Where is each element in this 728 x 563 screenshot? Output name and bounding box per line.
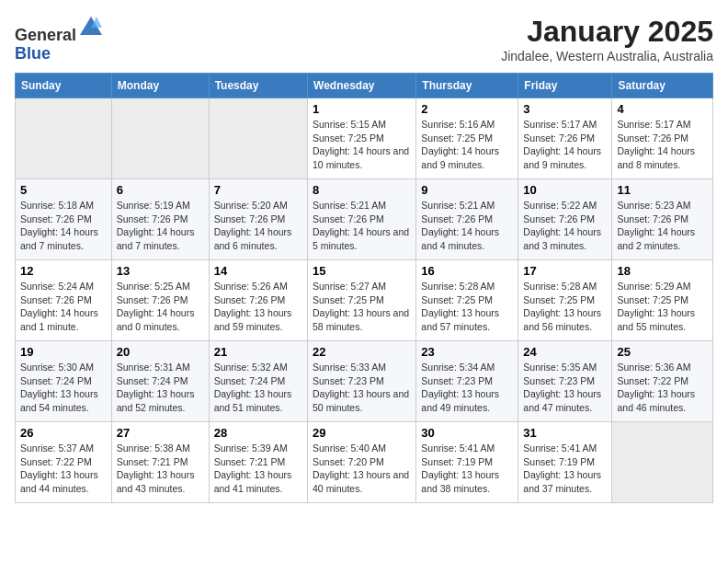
day-info: Sunrise: 5:33 AMSunset: 7:23 PMDaylight:… [313, 361, 411, 415]
calendar-cell: 29Sunrise: 5:40 AMSunset: 7:20 PMDayligh… [308, 422, 416, 503]
logo: General Blue [15, 15, 104, 63]
calendar-cell: 1Sunrise: 5:15 AMSunset: 7:25 PMDaylight… [308, 98, 416, 179]
calendar-cell: 26Sunrise: 5:37 AMSunset: 7:22 PMDayligh… [16, 422, 112, 503]
day-number: 24 [523, 345, 607, 359]
day-number: 21 [214, 345, 302, 359]
title-block: January 2025 Jindalee, Western Australia… [501, 15, 713, 63]
day-info: Sunrise: 5:41 AMSunset: 7:19 PMDaylight:… [421, 442, 513, 496]
day-info: Sunrise: 5:15 AMSunset: 7:25 PMDaylight:… [313, 118, 411, 172]
calendar-cell: 22Sunrise: 5:33 AMSunset: 7:23 PMDayligh… [308, 341, 416, 422]
day-info: Sunrise: 5:32 AMSunset: 7:24 PMDaylight:… [214, 361, 302, 415]
day-info: Sunrise: 5:38 AMSunset: 7:21 PMDaylight:… [117, 442, 204, 496]
day-number: 5 [20, 183, 107, 197]
calendar-cell: 20Sunrise: 5:31 AMSunset: 7:24 PMDayligh… [111, 341, 209, 422]
day-number: 9 [421, 183, 513, 197]
day-number: 30 [421, 426, 513, 440]
day-info: Sunrise: 5:24 AMSunset: 7:26 PMDaylight:… [20, 280, 107, 334]
day-number: 28 [214, 426, 302, 440]
day-info: Sunrise: 5:22 AMSunset: 7:26 PMDaylight:… [523, 199, 607, 253]
calendar-week-row: 1Sunrise: 5:15 AMSunset: 7:25 PMDaylight… [16, 98, 713, 179]
logo-blue: Blue [15, 44, 51, 63]
calendar-cell: 19Sunrise: 5:30 AMSunset: 7:24 PMDayligh… [16, 341, 112, 422]
day-number: 20 [117, 345, 204, 359]
calendar-cell: 5Sunrise: 5:18 AMSunset: 7:26 PMDaylight… [16, 179, 112, 260]
day-number: 13 [117, 264, 204, 278]
day-number: 17 [523, 264, 607, 278]
day-info: Sunrise: 5:37 AMSunset: 7:22 PMDaylight:… [20, 442, 107, 496]
calendar-cell [209, 98, 307, 179]
calendar-cell: 16Sunrise: 5:28 AMSunset: 7:25 PMDayligh… [416, 260, 518, 341]
calendar-cell [612, 422, 713, 503]
day-number: 8 [313, 183, 411, 197]
day-number: 29 [313, 426, 411, 440]
day-info: Sunrise: 5:16 AMSunset: 7:25 PMDaylight:… [421, 118, 513, 172]
day-number: 4 [617, 102, 708, 116]
calendar-cell: 9Sunrise: 5:21 AMSunset: 7:26 PMDaylight… [416, 179, 518, 260]
day-number: 31 [523, 426, 607, 440]
day-info: Sunrise: 5:17 AMSunset: 7:26 PMDaylight:… [617, 118, 708, 172]
logo-icon [78, 15, 104, 40]
calendar-cell: 27Sunrise: 5:38 AMSunset: 7:21 PMDayligh… [111, 422, 209, 503]
calendar-cell: 6Sunrise: 5:19 AMSunset: 7:26 PMDaylight… [111, 179, 209, 260]
col-header-wednesday: Wednesday [308, 74, 416, 98]
day-info: Sunrise: 5:30 AMSunset: 7:24 PMDaylight:… [20, 361, 107, 415]
day-info: Sunrise: 5:21 AMSunset: 7:26 PMDaylight:… [421, 199, 513, 253]
day-info: Sunrise: 5:25 AMSunset: 7:26 PMDaylight:… [117, 280, 204, 334]
calendar-cell: 12Sunrise: 5:24 AMSunset: 7:26 PMDayligh… [16, 260, 112, 341]
day-number: 12 [20, 264, 107, 278]
calendar-cell: 8Sunrise: 5:21 AMSunset: 7:26 PMDaylight… [308, 179, 416, 260]
day-info: Sunrise: 5:31 AMSunset: 7:24 PMDaylight:… [117, 361, 204, 415]
calendar-cell: 24Sunrise: 5:35 AMSunset: 7:23 PMDayligh… [518, 341, 612, 422]
day-number: 1 [313, 102, 411, 116]
page-header: General Blue January 2025 Jindalee, West… [15, 15, 713, 63]
day-number: 26 [20, 426, 107, 440]
calendar-week-row: 26Sunrise: 5:37 AMSunset: 7:22 PMDayligh… [16, 422, 713, 503]
logo-general: General [15, 26, 76, 44]
calendar-cell [16, 98, 112, 179]
day-number: 18 [617, 264, 708, 278]
calendar-cell: 2Sunrise: 5:16 AMSunset: 7:25 PMDaylight… [416, 98, 518, 179]
calendar-table: SundayMondayTuesdayWednesdayThursdayFrid… [15, 73, 713, 503]
calendar-cell: 25Sunrise: 5:36 AMSunset: 7:22 PMDayligh… [612, 341, 713, 422]
day-info: Sunrise: 5:20 AMSunset: 7:26 PMDaylight:… [214, 199, 302, 253]
col-header-friday: Friday [518, 74, 612, 98]
day-info: Sunrise: 5:40 AMSunset: 7:20 PMDaylight:… [313, 442, 411, 496]
day-info: Sunrise: 5:36 AMSunset: 7:22 PMDaylight:… [617, 361, 708, 415]
day-info: Sunrise: 5:19 AMSunset: 7:26 PMDaylight:… [117, 199, 204, 253]
day-info: Sunrise: 5:17 AMSunset: 7:26 PMDaylight:… [523, 118, 607, 172]
calendar-week-row: 19Sunrise: 5:30 AMSunset: 7:24 PMDayligh… [16, 341, 713, 422]
calendar-cell: 31Sunrise: 5:41 AMSunset: 7:19 PMDayligh… [518, 422, 612, 503]
calendar-cell: 13Sunrise: 5:25 AMSunset: 7:26 PMDayligh… [111, 260, 209, 341]
day-info: Sunrise: 5:29 AMSunset: 7:25 PMDaylight:… [617, 280, 708, 334]
day-info: Sunrise: 5:28 AMSunset: 7:25 PMDaylight:… [421, 280, 513, 334]
calendar-cell: 18Sunrise: 5:29 AMSunset: 7:25 PMDayligh… [612, 260, 713, 341]
calendar-header-row: SundayMondayTuesdayWednesdayThursdayFrid… [16, 74, 713, 98]
col-header-monday: Monday [111, 74, 209, 98]
day-info: Sunrise: 5:23 AMSunset: 7:26 PMDaylight:… [617, 199, 708, 253]
day-info: Sunrise: 5:41 AMSunset: 7:19 PMDaylight:… [523, 442, 607, 496]
day-info: Sunrise: 5:28 AMSunset: 7:25 PMDaylight:… [523, 280, 607, 334]
calendar-week-row: 5Sunrise: 5:18 AMSunset: 7:26 PMDaylight… [16, 179, 713, 260]
day-number: 7 [214, 183, 302, 197]
calendar-cell: 10Sunrise: 5:22 AMSunset: 7:26 PMDayligh… [518, 179, 612, 260]
calendar-cell [111, 98, 209, 179]
day-info: Sunrise: 5:18 AMSunset: 7:26 PMDaylight:… [20, 199, 107, 253]
day-number: 19 [20, 345, 107, 359]
calendar-cell: 21Sunrise: 5:32 AMSunset: 7:24 PMDayligh… [209, 341, 307, 422]
day-number: 27 [117, 426, 204, 440]
calendar-cell: 17Sunrise: 5:28 AMSunset: 7:25 PMDayligh… [518, 260, 612, 341]
col-header-thursday: Thursday [416, 74, 518, 98]
day-info: Sunrise: 5:21 AMSunset: 7:26 PMDaylight:… [313, 199, 411, 253]
day-number: 2 [421, 102, 513, 116]
day-number: 16 [421, 264, 513, 278]
day-info: Sunrise: 5:26 AMSunset: 7:26 PMDaylight:… [214, 280, 302, 334]
day-number: 6 [117, 183, 204, 197]
calendar-week-row: 12Sunrise: 5:24 AMSunset: 7:26 PMDayligh… [16, 260, 713, 341]
calendar-cell: 7Sunrise: 5:20 AMSunset: 7:26 PMDaylight… [209, 179, 307, 260]
day-number: 10 [523, 183, 607, 197]
calendar-cell: 11Sunrise: 5:23 AMSunset: 7:26 PMDayligh… [612, 179, 713, 260]
day-number: 22 [313, 345, 411, 359]
day-number: 14 [214, 264, 302, 278]
calendar-cell: 28Sunrise: 5:39 AMSunset: 7:21 PMDayligh… [209, 422, 307, 503]
day-number: 3 [523, 102, 607, 116]
